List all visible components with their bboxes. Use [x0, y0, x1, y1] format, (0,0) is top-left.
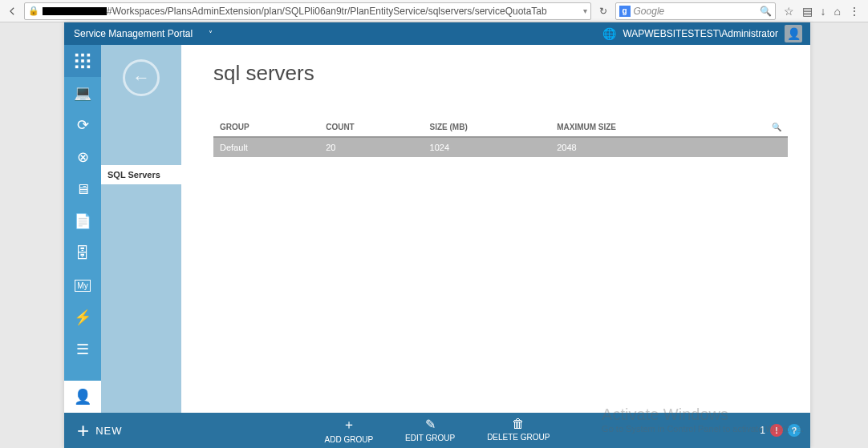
- sidebar-tab-label: SQL Servers: [107, 170, 160, 180]
- notification-count[interactable]: 1: [760, 425, 765, 436]
- bookmark-icon[interactable]: ☆: [784, 5, 794, 18]
- help-badge-icon[interactable]: ?: [788, 424, 801, 437]
- rail-automation-icon[interactable]: ⟳: [64, 109, 101, 141]
- col-count[interactable]: COUNT: [319, 118, 423, 137]
- downloads-icon[interactable]: ↓: [821, 5, 826, 18]
- svg-rect-0: [75, 54, 79, 57]
- svg-rect-3: [75, 59, 79, 63]
- rail-runbooks-icon[interactable]: ⚡: [64, 301, 101, 333]
- delete-group-button[interactable]: 🗑 DELETE GROUP: [487, 417, 550, 444]
- col-size[interactable]: SIZE (MB): [424, 118, 551, 137]
- svg-rect-8: [87, 66, 91, 69]
- portal-body: 💻 ⟳ ⊗ 🖥 📄 🗄 My ⚡ ☰ 👤 ← SQL Servers sql s…: [64, 45, 810, 413]
- page-title: sql servers: [213, 61, 788, 86]
- browser-toolbar: 🔒 #Workspaces/PlansAdminExtension/plan/S…: [0, 0, 868, 22]
- footer-right: 1 ! ?: [760, 424, 810, 437]
- avatar-icon: 👤: [785, 25, 802, 42]
- plus-icon: +: [77, 420, 89, 441]
- add-group-button[interactable]: ＋ ADD GROUP: [325, 417, 374, 444]
- search-placeholder: Google: [634, 6, 665, 17]
- rail-websites-icon[interactable]: ⊗: [64, 141, 101, 173]
- portal-window: Service Management Portal ˅ 🌐 WAPWEBSITE…: [64, 22, 810, 448]
- col-max[interactable]: MAXIMUM SIZE: [550, 118, 732, 137]
- portal-menu-chevron-icon[interactable]: ˅: [202, 30, 219, 38]
- cell-size: 1024: [424, 137, 551, 157]
- quota-table: GROUP COUNT SIZE (MB) MAXIMUM SIZE 🔍 Def…: [213, 118, 788, 157]
- error-badge-icon[interactable]: !: [770, 424, 783, 437]
- side-panel: ← SQL Servers: [101, 45, 181, 413]
- cell-group: Default: [213, 137, 319, 157]
- url-dropdown-icon[interactable]: ▾: [583, 6, 587, 15]
- browser-actions: ☆ ▤ ↓ ⌂ ⋮: [779, 5, 865, 18]
- svg-rect-2: [87, 54, 91, 57]
- content-area: sql servers GROUP COUNT SIZE (MB) MAXIMU…: [181, 45, 810, 413]
- library-icon[interactable]: ▤: [802, 5, 813, 18]
- home-icon[interactable]: ⌂: [834, 5, 841, 18]
- portal-title: Service Management Portal: [64, 28, 202, 39]
- url-bar[interactable]: 🔒 #Workspaces/PlansAdminExtension/plan/S…: [24, 2, 591, 20]
- rail-sql-icon[interactable]: 🗄: [64, 237, 101, 269]
- table-header-row: GROUP COUNT SIZE (MB) MAXIMUM SIZE 🔍: [213, 118, 788, 137]
- svg-rect-5: [87, 59, 91, 63]
- redacted-host: [43, 7, 107, 15]
- svg-rect-4: [81, 59, 84, 63]
- trash-icon: 🗑: [512, 417, 525, 431]
- rail-vm-icon[interactable]: 💻: [64, 77, 101, 109]
- rail-mysql-icon[interactable]: My: [64, 269, 101, 301]
- icon-rail: 💻 ⟳ ⊗ 🖥 📄 🗄 My ⚡ ☰ 👤: [64, 45, 101, 413]
- svg-rect-1: [81, 54, 84, 57]
- user-name: WAPWEBSITESTEST\Administrator: [623, 28, 778, 39]
- rail-user-accounts-icon[interactable]: 👤: [64, 381, 101, 413]
- edit-group-button[interactable]: ✎ EDIT GROUP: [405, 417, 455, 444]
- rail-plans-icon[interactable]: 📄: [64, 205, 101, 237]
- reload-button[interactable]: ↻: [594, 6, 612, 17]
- col-group[interactable]: GROUP: [213, 118, 319, 137]
- google-icon: g: [619, 6, 631, 17]
- menu-icon[interactable]: ⋮: [849, 5, 860, 18]
- new-label: NEW: [95, 425, 122, 437]
- rail-monitor-icon[interactable]: 🖥: [64, 173, 101, 205]
- cell-max: 2048: [550, 137, 732, 157]
- rail-all-items[interactable]: [64, 45, 101, 77]
- portal-header: Service Management Portal ˅ 🌐 WAPWEBSITE…: [64, 22, 810, 45]
- browser-search-box[interactable]: g Google 🔍: [615, 2, 776, 20]
- cell-count: 20: [319, 137, 423, 157]
- globe-icon: 🌐: [602, 27, 616, 40]
- back-button[interactable]: ←: [123, 59, 160, 96]
- url-text: #Workspaces/PlansAdminExtension/plan/SQL…: [107, 6, 547, 17]
- edit-icon: ✎: [425, 417, 436, 432]
- search-icon[interactable]: 🔍: [760, 6, 772, 17]
- add-icon: ＋: [343, 417, 355, 434]
- table-row[interactable]: Default 20 1024 2048: [213, 137, 788, 157]
- new-button[interactable]: + NEW: [64, 413, 136, 448]
- browser-back-button[interactable]: [3, 2, 21, 20]
- edit-label: EDIT GROUP: [405, 434, 455, 442]
- table-search-icon[interactable]: 🔍: [732, 118, 788, 137]
- footer-actions: ＋ ADD GROUP ✎ EDIT GROUP 🗑 DELETE GROUP: [325, 417, 550, 444]
- delete-label: DELETE GROUP: [487, 433, 550, 442]
- lock-icon: 🔒: [28, 6, 39, 16]
- rail-list-icon[interactable]: ☰: [64, 333, 101, 365]
- svg-rect-6: [75, 66, 79, 69]
- svg-rect-7: [81, 66, 84, 69]
- user-area[interactable]: 🌐 WAPWEBSITESTEST\Administrator 👤: [594, 25, 810, 42]
- portal-footer: + NEW ＋ ADD GROUP ✎ EDIT GROUP 🗑 DELETE …: [64, 413, 810, 448]
- add-label: ADD GROUP: [325, 435, 374, 444]
